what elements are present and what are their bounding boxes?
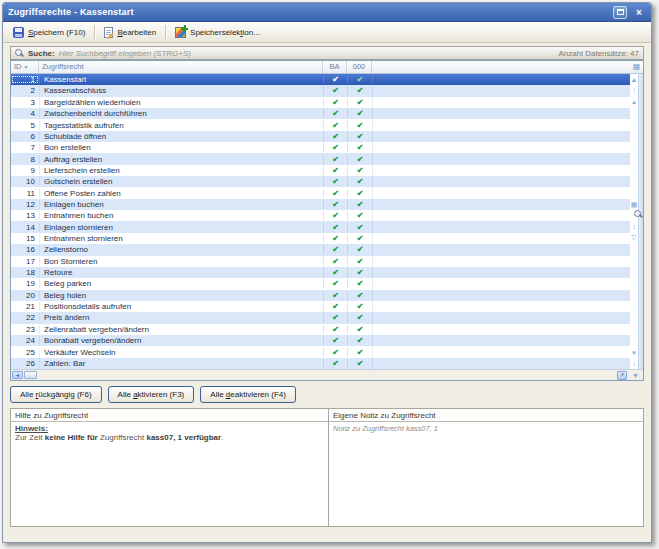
table-row[interactable]: 18 Retoure ✔ ✔: [11, 267, 630, 278]
ba-checkmark-icon[interactable]: ✔: [323, 200, 347, 209]
scroll-bottom-icon[interactable]: ▼: [629, 372, 642, 379]
000-checkmark-icon[interactable]: ✔: [347, 143, 372, 152]
ba-checkmark-icon[interactable]: ✔: [323, 302, 347, 311]
column-header-ba[interactable]: BA: [323, 61, 347, 73]
scroll-top-icon[interactable]: ▲: [631, 74, 638, 85]
table-row[interactable]: 3 Bargeldzählen wiederholen ✔ ✔: [11, 97, 630, 108]
ba-checkmark-icon[interactable]: ✔: [323, 86, 347, 95]
table-row[interactable]: 10 Gutschein erstellen ✔ ✔: [11, 176, 630, 187]
000-checkmark-icon[interactable]: ✔: [347, 75, 372, 84]
grid-filter-icon[interactable]: ▽: [631, 232, 636, 243]
ba-checkmark-icon[interactable]: ✔: [323, 336, 347, 345]
000-checkmark-icon[interactable]: ✔: [347, 325, 372, 334]
000-checkmark-icon[interactable]: ✔: [347, 155, 372, 164]
save-button[interactable]: Speichern (F10): [7, 24, 91, 41]
table-row[interactable]: 22 Preis ändern ✔ ✔: [11, 312, 630, 323]
grid-columns-icon[interactable]: ▦: [631, 199, 638, 210]
table-row[interactable]: 8 Auftrag erstellen ✔ ✔: [11, 153, 630, 164]
ba-checkmark-icon[interactable]: ✔: [323, 166, 347, 175]
000-checkmark-icon[interactable]: ✔: [347, 234, 372, 243]
table-row[interactable]: 26 Zahlen: Bar ✔ ✔: [11, 358, 630, 369]
ba-checkmark-icon[interactable]: ✔: [323, 348, 347, 357]
ba-checkmark-icon[interactable]: ✔: [323, 189, 347, 198]
000-checkmark-icon[interactable]: ✔: [347, 200, 372, 209]
table-row[interactable]: 2 Kassenabschluss ✔ ✔: [11, 85, 630, 96]
column-header-zugriffsrecht[interactable]: Zugriffsrecht: [39, 61, 323, 73]
000-checkmark-icon[interactable]: ✔: [347, 189, 372, 198]
column-header-000[interactable]: 000: [347, 61, 372, 73]
000-checkmark-icon[interactable]: ✔: [347, 223, 372, 232]
ba-checkmark-icon[interactable]: ✔: [323, 291, 347, 300]
activate-all-button[interactable]: Alle aktivieren (F3): [108, 386, 195, 403]
ba-checkmark-icon[interactable]: ✔: [323, 279, 347, 288]
ba-checkmark-icon[interactable]: ✔: [323, 257, 347, 266]
ba-checkmark-icon[interactable]: ✔: [323, 75, 347, 84]
undo-all-button[interactable]: Alle rückgängig (F6): [10, 386, 102, 403]
ba-checkmark-icon[interactable]: ✔: [323, 245, 347, 254]
table-row[interactable]: 24 Bonrabatt vergeben/ändern ✔ ✔: [11, 335, 630, 346]
table-row[interactable]: 21 Positionsdetails aufrufen ✔ ✔: [11, 301, 630, 312]
table-row[interactable]: 14 Einlagen stornieren ✔ ✔: [11, 221, 630, 232]
ba-checkmark-icon[interactable]: ✔: [323, 234, 347, 243]
table-row[interactable]: 6 Schublade öffnen ✔ ✔: [11, 131, 630, 142]
ba-checkmark-icon[interactable]: ✔: [323, 143, 347, 152]
table-row[interactable]: 4 Zwischenbericht durchführen ✔ ✔: [11, 108, 630, 119]
hscroll-thumb[interactable]: [24, 371, 37, 379]
title-bar[interactable]: Zugriffsrechte - Kassenstart ×: [3, 3, 651, 22]
column-chooser-icon[interactable]: ▦: [630, 61, 643, 73]
000-checkmark-icon[interactable]: ✔: [347, 86, 372, 95]
row-up-icon[interactable]: ▴: [632, 96, 636, 107]
table-row[interactable]: 23 Zeilenrabatt vergeben/ändern ✔ ✔: [11, 324, 630, 335]
table-row[interactable]: 16 Zeilenstorno ✔ ✔: [11, 244, 630, 255]
memory-selection-button[interactable]: Speicherselektion...: [169, 24, 266, 41]
ba-checkmark-icon[interactable]: ✔: [323, 132, 347, 141]
ba-checkmark-icon[interactable]: ✔: [323, 325, 347, 334]
000-checkmark-icon[interactable]: ✔: [347, 211, 372, 220]
scroll-down-icon[interactable]: ↓: [632, 358, 636, 369]
000-checkmark-icon[interactable]: ✔: [347, 302, 372, 311]
ba-checkmark-icon[interactable]: ✔: [323, 155, 347, 164]
ba-checkmark-icon[interactable]: ✔: [323, 121, 347, 130]
ba-checkmark-icon[interactable]: ✔: [323, 177, 347, 186]
table-row[interactable]: 17 Bon Stornieren ✔ ✔: [11, 256, 630, 267]
000-checkmark-icon[interactable]: ✔: [347, 132, 372, 141]
grid-sort-icon[interactable]: ↕: [632, 221, 636, 232]
000-checkmark-icon[interactable]: ✔: [347, 291, 372, 300]
table-row[interactable]: 13 Entnahmen buchen ✔ ✔: [11, 210, 630, 221]
table-row[interactable]: 12 Einlagen buchen ✔ ✔: [11, 199, 630, 210]
scroll-up-icon[interactable]: ↑: [632, 85, 636, 96]
table-row[interactable]: 7 Bon erstellen ✔ ✔: [11, 142, 630, 153]
table-row[interactable]: 25 Verkäufer Wechseln ✔ ✔: [11, 346, 630, 357]
deactivate-all-button[interactable]: Alle deaktivieren (F4): [200, 386, 296, 403]
000-checkmark-icon[interactable]: ✔: [347, 359, 372, 368]
search-input[interactable]: Hier Suchbegriff eingeben (STRG+S): [59, 49, 555, 58]
ba-checkmark-icon[interactable]: ✔: [323, 98, 347, 107]
table-row[interactable]: 19 Beleg parken ✔ ✔: [11, 278, 630, 289]
note-panel-body[interactable]: Notiz zu Zugriffsrecht kass07, 1: [329, 422, 643, 526]
ba-checkmark-icon[interactable]: ✔: [323, 211, 347, 220]
table-row[interactable]: 1 Kassenstart ✔ ✔: [11, 74, 630, 85]
000-checkmark-icon[interactable]: ✔: [347, 166, 372, 175]
row-down-icon[interactable]: ▾: [632, 347, 636, 358]
table-row[interactable]: 20 Beleg holen ✔ ✔: [11, 290, 630, 301]
table-row[interactable]: 11 Offene Posten zahlen ✔ ✔: [11, 187, 630, 198]
ba-checkmark-icon[interactable]: ✔: [323, 359, 347, 368]
ba-checkmark-icon[interactable]: ✔: [323, 223, 347, 232]
column-header-id[interactable]: ID ▼: [11, 61, 39, 73]
000-checkmark-icon[interactable]: ✔: [347, 313, 372, 322]
000-checkmark-icon[interactable]: ✔: [347, 348, 372, 357]
vertical-scrollbar[interactable]: [638, 74, 643, 369]
edit-button[interactable]: Bearbeiten: [98, 24, 162, 41]
000-checkmark-icon[interactable]: ✔: [347, 109, 372, 118]
000-checkmark-icon[interactable]: ✔: [347, 98, 372, 107]
hscroll-left-arrow[interactable]: ◂: [12, 371, 23, 379]
000-checkmark-icon[interactable]: ✔: [347, 336, 372, 345]
expand-grid-icon[interactable]: ↗: [617, 371, 627, 380]
ba-checkmark-icon[interactable]: ✔: [323, 268, 347, 277]
restore-button[interactable]: [613, 6, 627, 19]
000-checkmark-icon[interactable]: ✔: [347, 245, 372, 254]
table-row[interactable]: 15 Entnahmen stornieren ✔ ✔: [11, 233, 630, 244]
ba-checkmark-icon[interactable]: ✔: [323, 109, 347, 118]
000-checkmark-icon[interactable]: ✔: [347, 177, 372, 186]
000-checkmark-icon[interactable]: ✔: [347, 257, 372, 266]
